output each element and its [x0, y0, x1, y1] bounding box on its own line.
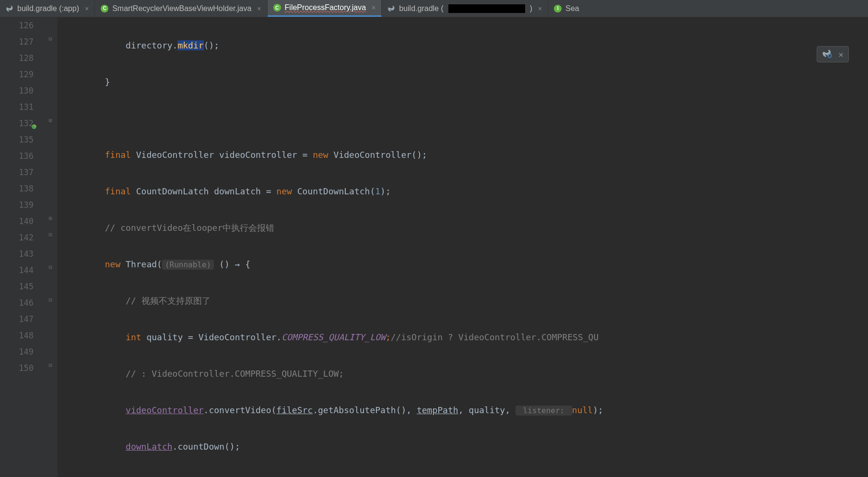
line-number[interactable]: 149 [0, 344, 34, 360]
fold-collapse-icon[interactable]: ⊟ [47, 36, 54, 42]
tab-build-gradle-app[interactable]: build.gradle (:app) × [0, 0, 95, 17]
tab-label: FileProcessFactory.java [285, 3, 366, 12]
line-number[interactable]: 126 [0, 17, 34, 34]
line-number[interactable]: 138 [0, 180, 34, 197]
code-line[interactable] [63, 110, 868, 127]
close-icon[interactable]: × [838, 49, 844, 60]
line-number[interactable]: 129 [0, 66, 34, 83]
fold-collapse-icon[interactable]: ⊟ [47, 362, 54, 369]
tab-label: SmartRecyclerViewBaseViewHolder.java [112, 4, 251, 13]
tab-label: build.gradle ( [399, 4, 444, 13]
param-hint: listener: [516, 405, 572, 416]
line-number[interactable]: 130 [0, 83, 34, 99]
floating-toolbar: × [817, 46, 849, 62]
fold-collapse-icon[interactable]: ⊟ [47, 231, 54, 238]
redacted-text [448, 4, 525, 13]
fold-gutter[interactable]: ⊟ ⊞ ⊞ ⊟ ⊟ ⊟ ⊟ [44, 17, 58, 477]
line-number[interactable]: 136 [0, 148, 34, 164]
gradle-refresh-icon[interactable] [822, 48, 832, 60]
code-line[interactable]: directory.mkdir(); [63, 37, 868, 54]
code-line[interactable]: new Thread((Runnable) () → { [63, 256, 868, 273]
line-number[interactable]: 139 [0, 197, 34, 213]
code-editor[interactable]: 126 127 128 129 130 131 132 135 136 137 … [0, 17, 868, 477]
code-line[interactable]: int quality = VideoController.COMPRESS_Q… [63, 329, 868, 346]
code-area[interactable]: directory.mkdir(); } final VideoControll… [58, 17, 868, 477]
tab-label: build.gradle (:app) [17, 4, 79, 13]
code-line[interactable]: final CountDownLatch downLatch = new Cou… [63, 183, 868, 200]
line-number[interactable]: 135 [0, 131, 34, 148]
code-line[interactable]: // : VideoController.COMPRESS_QUALITY_LO… [63, 366, 868, 382]
line-number[interactable]: 146 [0, 295, 34, 311]
tab-label-suffix: ) [530, 4, 532, 13]
java-class-icon: C [101, 5, 108, 12]
java-interface-icon: I [554, 5, 562, 12]
line-number[interactable]: 145 [0, 278, 34, 295]
line-number[interactable]: 127 [0, 34, 34, 50]
code-line[interactable]: } [63, 74, 868, 90]
close-icon[interactable]: × [372, 4, 375, 12]
line-number[interactable]: 150 [0, 360, 34, 376]
close-icon[interactable]: × [257, 5, 261, 12]
line-number[interactable]: 131 [0, 99, 34, 115]
code-line[interactable]: final VideoController videoController = … [63, 147, 868, 163]
tab-smartrecycler[interactable]: C SmartRecyclerViewBaseViewHolder.java × [95, 0, 267, 17]
tab-build-gradle-redacted[interactable]: build.gradle () × [382, 0, 548, 17]
editor-tabs: build.gradle (:app) × C SmartRecyclerVie… [0, 0, 868, 17]
fold-collapse-icon[interactable]: ⊟ [47, 264, 54, 271]
code-line[interactable]: // 视频不支持原图了 [63, 293, 868, 309]
line-number[interactable]: 147 [0, 311, 34, 327]
code-line[interactable]: videoController.convertVideo(fileSrc.get… [63, 402, 868, 418]
type-hint: (Runnable) [162, 260, 214, 270]
line-number[interactable]: 137 [0, 164, 34, 180]
line-number[interactable]: 140 [0, 213, 34, 229]
tab-fileprocessfactory[interactable]: C FileProcessFactory.java × [268, 0, 382, 17]
line-number-gutter[interactable]: 126 127 128 129 130 131 132 135 136 137 … [0, 17, 44, 477]
gradle-icon [387, 5, 395, 12]
java-class-icon: C [273, 4, 281, 12]
close-icon[interactable]: × [85, 5, 89, 12]
code-line[interactable]: downLatch.countDown(); [63, 439, 868, 455]
fold-collapse-icon[interactable]: ⊟ [47, 297, 54, 303]
line-number[interactable]: 132 [0, 115, 34, 131]
fold-expand-icon[interactable]: ⊞ [47, 117, 54, 124]
code-line[interactable]: }).start(); [63, 475, 868, 477]
tab-search[interactable]: I Sea [548, 0, 585, 17]
line-number[interactable]: 148 [0, 327, 34, 344]
line-number[interactable]: 142 [0, 229, 34, 246]
gradle-icon [6, 5, 13, 12]
line-number[interactable]: 143 [0, 246, 34, 262]
code-line[interactable]: // convertVideo在looper中执行会报错 [63, 220, 868, 236]
close-icon[interactable]: × [538, 5, 542, 12]
line-number[interactable]: 144 [0, 262, 34, 278]
fold-expand-icon[interactable]: ⊞ [47, 215, 54, 222]
svg-point-0 [32, 124, 36, 129]
line-number[interactable]: 128 [0, 50, 34, 66]
tab-label: Sea [565, 4, 579, 13]
